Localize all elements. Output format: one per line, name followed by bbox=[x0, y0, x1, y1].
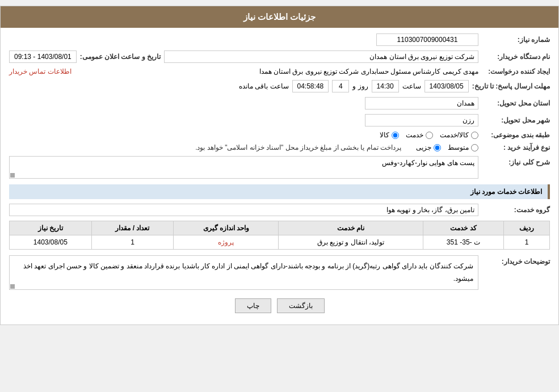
resize-handle[interactable] bbox=[10, 173, 15, 178]
back-button[interactable]: بازگشت bbox=[277, 298, 325, 313]
category-khadamat-label: خدمت bbox=[406, 131, 423, 139]
response-days: 4 bbox=[332, 80, 349, 92]
creator-link[interactable]: اطلاعات تماس خریدار bbox=[9, 68, 72, 75]
announce-date-value: 1403/08/01 - 09:13 bbox=[9, 50, 77, 63]
purchase-jozii-radio[interactable] bbox=[434, 144, 441, 151]
table-cell-count: 1 bbox=[91, 235, 174, 250]
general-desc-value: پست های هوایی نوار-کهارد-وفس bbox=[9, 156, 478, 179]
resize-handle-2[interactable] bbox=[10, 284, 15, 289]
purchase-radio-group: متوسط جزیی bbox=[416, 144, 478, 151]
buyer-desc-container: شرکت کنندگان باید دارای گواهی رتبه(گرید)… bbox=[9, 255, 478, 290]
creator-value: مهدی کریمی کارشناس مسئول حسابداری شرکت ت… bbox=[75, 68, 478, 75]
table-cell-code: ت -35- 351 bbox=[423, 235, 504, 250]
province-row: استان محل تحویل: همدان bbox=[9, 97, 550, 109]
need-number-value: 1103007009000431 bbox=[376, 33, 478, 46]
category-radio-group: کالا/خدمت خدمت کالا bbox=[380, 131, 478, 139]
category-label: طبقه بندی موضوعی: bbox=[482, 131, 550, 139]
table-cell-row: 1 bbox=[504, 235, 550, 250]
need-number-row: شماره نیاز: 1103007009000431 bbox=[9, 33, 550, 46]
service-table: ردیف کد خدمت نام خدمت واحد اندازه گیری ت… bbox=[9, 221, 550, 250]
response-deadline-label: مهلت ارسال پاسخ: تا تاریخ: bbox=[472, 82, 550, 90]
table-cell-date: 1403/08/05 bbox=[10, 235, 92, 250]
table-row: 1 ت -35- 351 تولید، انتقال و توزیع برق پ… bbox=[10, 235, 550, 250]
purchase-mutavasset-item: متوسط bbox=[448, 144, 478, 151]
category-kala-label: کالا bbox=[380, 131, 389, 139]
category-khadamat-item: خدمت bbox=[406, 131, 433, 139]
city-row: شهر محل تحویل: رزن bbox=[9, 114, 550, 127]
response-day-label: روز و bbox=[352, 82, 368, 90]
creator-row: ایجاد کننده درخواست: مهدی کریمی کارشناس … bbox=[9, 68, 550, 75]
page-wrapper: جزئیات اطلاعات نیاز شماره نیاز: 11030070… bbox=[0, 6, 559, 325]
table-header-date: تاریخ نیاز bbox=[10, 221, 92, 235]
buyer-desc-value: شرکت کنندگان باید دارای گواهی رتبه(گرید)… bbox=[9, 255, 478, 290]
service-group-row: گروه خدمت: تامین برق، گاز، بخار و تهویه … bbox=[9, 204, 550, 216]
page-title: جزئیات اطلاعات نیاز bbox=[1, 6, 558, 28]
purchase-mutavasset-radio[interactable] bbox=[471, 144, 478, 151]
purchase-jozii-item: جزیی bbox=[416, 144, 441, 151]
province-label: استان محل تحویل: bbox=[482, 99, 550, 107]
buttons-row: بازگشت چاپ bbox=[9, 298, 550, 313]
need-number-label: شماره نیاز: bbox=[482, 36, 550, 44]
city-label: شهر محل تحویل: bbox=[482, 116, 550, 124]
response-remaining: 04:58:48 bbox=[292, 80, 329, 92]
response-deadline-row: مهلت ارسال پاسخ: تا تاریخ: 1403/08/05 سا… bbox=[9, 80, 550, 92]
announce-date-label: تاریخ و ساعت اعلان عمومی: bbox=[80, 53, 161, 61]
table-cell-unit: پروژه bbox=[174, 235, 279, 250]
category-kala-khadamat-radio[interactable] bbox=[471, 132, 478, 139]
category-kala-item: کالا bbox=[380, 131, 399, 139]
purchase-type-label: نوع فرآیند خرید : bbox=[482, 144, 550, 151]
buyer-desc-row: توضیحات خریدار: شرکت کنندگان باید دارای … bbox=[9, 255, 550, 290]
services-section-label: اطلاعات خدمات مورد نیاز bbox=[9, 184, 550, 199]
table-header-row: ردیف bbox=[504, 221, 550, 235]
category-kala-khadamat-item: کالا/خدمت bbox=[440, 131, 478, 139]
general-desc-container: پست های هوایی نوار-کهارد-وفس bbox=[9, 156, 478, 179]
table-cell-name: تولید، انتقال و توزیع برق bbox=[279, 235, 423, 250]
content-area: شماره نیاز: 1103007009000431 نام دستگاه … bbox=[1, 28, 558, 324]
response-time: 14:30 bbox=[372, 80, 399, 92]
response-remaining-label: ساعت باقی مانده bbox=[239, 82, 289, 90]
buyer-name-value: شرکت توزیع نیروی برق استان همدان bbox=[164, 50, 478, 63]
service-group-label: گروه خدمت: bbox=[482, 206, 550, 214]
table-header-unit: واحد اندازه گیری bbox=[174, 221, 279, 235]
city-value: رزن bbox=[365, 114, 478, 127]
category-kala-khadamat-label: کالا/خدمت bbox=[440, 131, 469, 139]
purchase-type-row: نوع فرآیند خرید : متوسط جزیی پرداخت تمام… bbox=[9, 144, 550, 151]
general-desc-row: شرح کلی نیاز: پست های هوایی نوار-کهارد-و… bbox=[9, 156, 550, 179]
province-value: همدان bbox=[365, 97, 478, 109]
category-khadamat-radio[interactable] bbox=[426, 132, 433, 139]
category-row: طبقه بندی موضوعی: کالا/خدمت خدمت کالا bbox=[9, 131, 550, 139]
general-desc-label: شرح کلی نیاز: bbox=[482, 158, 550, 166]
table-header-name: نام خدمت bbox=[279, 221, 423, 235]
purchase-mutavasset-label: متوسط bbox=[448, 144, 469, 151]
response-date: 1403/08/05 bbox=[424, 80, 469, 92]
print-button[interactable]: چاپ bbox=[235, 298, 271, 313]
table-header-code: کد خدمت bbox=[423, 221, 504, 235]
buyer-desc-label: توضیحات خریدار: bbox=[482, 258, 550, 265]
purchase-jozii-label: جزیی bbox=[416, 144, 431, 151]
purchase-note: پرداخت تمام یا بخشی از مبلغ خریداز محل "… bbox=[195, 144, 401, 151]
buyer-name-label: نام دستگاه خریدار: bbox=[482, 53, 550, 61]
service-group-value: تامین برق، گاز، بخار و تهویه هوا bbox=[9, 204, 478, 216]
creator-label: ایجاد کننده درخواست: bbox=[482, 68, 550, 75]
category-kala-radio[interactable] bbox=[392, 132, 399, 139]
announce-date-row: نام دستگاه خریدار: شرکت توزیع نیروی برق … bbox=[9, 50, 550, 63]
table-header-count: تعداد / مقدار bbox=[91, 221, 174, 235]
response-time-label: ساعت bbox=[402, 82, 421, 90]
